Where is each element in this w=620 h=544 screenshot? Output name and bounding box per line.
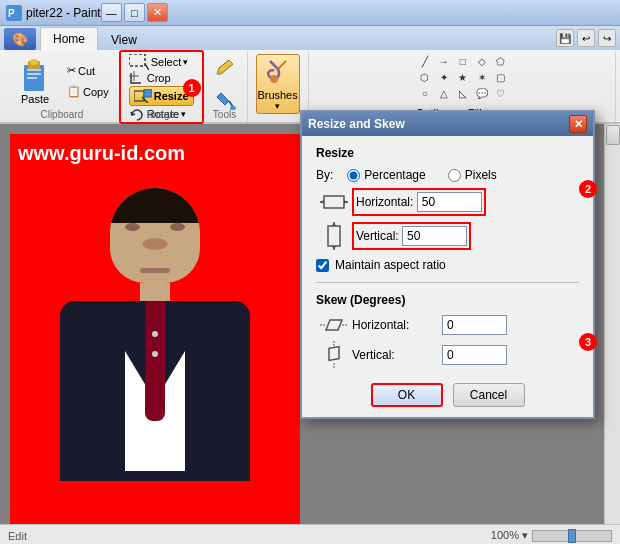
ribbon-tabs: 🎨 Home View 💾 ↩ ↪	[0, 26, 620, 50]
zoom-slider[interactable]	[532, 530, 612, 542]
tools-label: Tools	[213, 109, 236, 120]
office-button[interactable]: 🎨	[4, 28, 36, 50]
watermark-text: www.guru-id.com	[10, 134, 300, 173]
copy-button[interactable]: 📋 Copy	[62, 82, 114, 101]
resize-horizontal-icon	[320, 193, 348, 211]
shape-star5[interactable]: ★	[454, 70, 472, 85]
dialog-title: Resize and Skew	[308, 117, 405, 131]
tab-home[interactable]: Home	[40, 27, 98, 51]
step-1-badge: 1	[183, 79, 201, 97]
step-2-badge: 2	[579, 180, 597, 198]
paste-button[interactable]: Paste	[10, 54, 60, 108]
scroll-thumb[interactable]	[606, 125, 620, 145]
shapes-grid: ╱ → □ ◇ ⬠ ⬡ ✦ ★ ✶ ▢ ○ △ ◺	[416, 54, 510, 101]
resize-vertical-icon	[325, 222, 343, 250]
select-button[interactable]: Select ▾	[129, 54, 189, 70]
zoom-slider-thumb[interactable]	[568, 529, 576, 543]
svg-rect-8	[129, 54, 145, 66]
shape-diamond[interactable]: ◇	[473, 54, 491, 69]
svg-rect-10	[144, 89, 152, 97]
title-text: piter22 - Paint	[26, 6, 101, 20]
resize-horizontal-input[interactable]	[417, 192, 482, 212]
svg-rect-5	[27, 69, 41, 71]
cut-button[interactable]: ✂ Cut	[62, 61, 114, 80]
resize-h-row: 2 Horizontal:	[316, 188, 579, 216]
skew-h-row: Horizontal:	[316, 315, 579, 335]
pixels-radio[interactable]	[448, 169, 461, 182]
shape-hexagon[interactable]: ⬡	[416, 70, 434, 85]
redo-icon[interactable]: ↪	[598, 29, 616, 47]
shape-star4[interactable]: ✦	[435, 70, 453, 85]
resize-section-label: Resize	[316, 146, 579, 160]
brushes-label: Brushes	[257, 89, 297, 101]
percentage-radio-label[interactable]: Percentage	[347, 168, 425, 182]
cancel-button[interactable]: Cancel	[453, 383, 525, 407]
divider	[316, 282, 579, 283]
shape-heart[interactable]: ♡	[492, 86, 510, 101]
resize-button[interactable]: 1 Resize	[129, 86, 194, 106]
save-icon[interactable]: 💾	[556, 29, 574, 47]
resize-v-row: Vertical:	[316, 222, 579, 250]
skew-vertical-input[interactable]	[442, 345, 507, 365]
pencil-icon	[213, 56, 237, 80]
vertical-scrollbar[interactable]	[604, 124, 620, 524]
minimize-button[interactable]: —	[101, 3, 122, 22]
paste-icon	[20, 57, 50, 93]
skew-v-row: 3 Vertical:	[316, 341, 579, 369]
shape-triangle[interactable]: △	[435, 86, 453, 101]
shape-star6[interactable]: ✶	[473, 70, 491, 85]
close-button[interactable]: ✕	[147, 3, 168, 22]
resize-h-icon-cell	[316, 193, 352, 211]
resize-icon	[134, 89, 152, 103]
dialog-close-button[interactable]: ✕	[569, 115, 587, 133]
pencil-tool[interactable]	[211, 54, 239, 85]
percentage-radio[interactable]	[347, 169, 360, 182]
dialog-body: Resize By: Percentage Pixels	[302, 136, 593, 417]
resize-v-icon-cell	[316, 222, 352, 250]
resize-v-field-wrapper: Vertical:	[352, 222, 471, 250]
shape-right-triangle[interactable]: ◺	[454, 86, 472, 101]
skew-vertical-icon	[325, 341, 343, 369]
by-label: By:	[316, 168, 333, 182]
paint-canvas[interactable]: www.guru-id.com	[10, 134, 300, 524]
undo-icon[interactable]: ↩	[577, 29, 595, 47]
status-bar: Edit 100% ▾	[0, 524, 620, 544]
shape-pentagon[interactable]: ⬠	[492, 54, 510, 69]
shape-arrow[interactable]: →	[435, 54, 453, 69]
rotate-icon	[129, 107, 145, 121]
shape-rect[interactable]: □	[454, 54, 472, 69]
resize-vertical-input[interactable]	[402, 226, 467, 246]
zoom-level: 100% ▾	[491, 529, 528, 542]
svg-point-17	[270, 75, 278, 83]
rotate-dropdown-icon: ▾	[181, 109, 186, 119]
shape-callout[interactable]: 💬	[473, 86, 491, 101]
crop-button[interactable]: Crop	[129, 71, 171, 85]
pixels-radio-label[interactable]: Pixels	[448, 168, 497, 182]
aspect-ratio-row: Maintain aspect ratio	[316, 258, 579, 272]
maximize-button[interactable]: □	[124, 3, 145, 22]
tools-group: A	[203, 52, 248, 122]
shape-round-rect[interactable]: ▢	[492, 70, 510, 85]
svg-text:P: P	[8, 8, 15, 19]
maintain-aspect-checkbox[interactable]	[316, 259, 329, 272]
shape-line[interactable]: ╱	[416, 54, 434, 69]
shape-oval[interactable]: ○	[416, 86, 434, 101]
crop-icon	[129, 71, 145, 85]
skew-horizontal-input[interactable]	[442, 315, 507, 335]
by-row: By: Percentage Pixels	[316, 168, 579, 182]
dialog-title-bar[interactable]: Resize and Skew ✕	[302, 112, 593, 136]
skew-h-icon-cell	[316, 316, 352, 334]
ok-button[interactable]: OK	[371, 383, 443, 407]
brushes-button[interactable]: Brushes ▾	[256, 54, 300, 114]
tab-view[interactable]: View	[98, 28, 150, 51]
clipboard-label: Clipboard	[40, 109, 83, 120]
svg-rect-21	[328, 226, 340, 246]
step-3-badge: 3	[579, 333, 597, 351]
skew-section-label: Skew (Degrees)	[316, 293, 579, 307]
svg-rect-18	[324, 196, 344, 208]
status-text: Edit	[8, 530, 27, 542]
select-icon	[129, 54, 149, 70]
paste-label: Paste	[21, 93, 49, 105]
title-bar: P piter22 - Paint — □ ✕	[0, 0, 620, 26]
image-label: Image	[147, 109, 175, 120]
